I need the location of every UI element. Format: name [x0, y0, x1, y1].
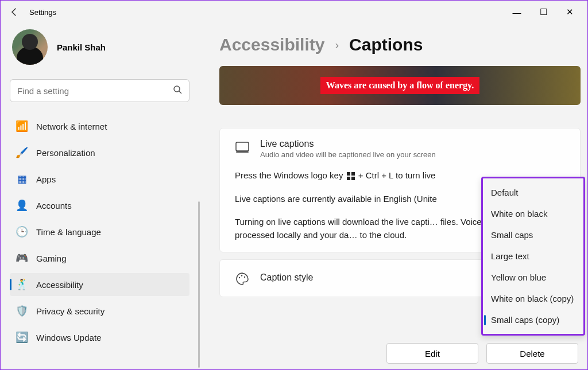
maximize-button[interactable]: ☐	[530, 3, 556, 21]
window-controls: — ☐ ✕	[504, 3, 583, 21]
nav-label: Time & language	[36, 227, 101, 237]
edit-button[interactable]: Edit	[386, 343, 478, 364]
nav-label: Accessibility	[36, 280, 83, 290]
sidebar-item-apps[interactable]: ▦Apps	[10, 168, 189, 190]
nav-label: Accounts	[36, 201, 72, 211]
sidebar-item-windows-update[interactable]: 🔄Windows Update	[10, 326, 189, 349]
caption-style-title: Caption style	[260, 272, 314, 283]
close-button[interactable]: ✕	[556, 3, 583, 21]
search-icon	[173, 85, 182, 96]
svg-point-5	[244, 276, 245, 278]
titlebar: Settings — ☐ ✕	[1, 1, 587, 24]
palette-icon	[235, 271, 250, 286]
svg-point-3	[239, 277, 240, 278]
sidebar-item-accessibility[interactable]: 🕺Accessibility	[10, 273, 189, 296]
avatar	[12, 29, 48, 65]
delete-button[interactable]: Delete	[486, 343, 578, 364]
sidebar: Pankil Shah 📶Network & internet🖌️Persona…	[1, 24, 199, 370]
nav-icon: 🎮	[16, 252, 28, 264]
dropdown-item[interactable]: Small caps (copy)	[483, 309, 583, 330]
dropdown-item[interactable]: Small caps	[483, 224, 583, 246]
breadcrumb: Accessibility › Captions	[219, 35, 581, 54]
nav-icon: 🖌️	[16, 146, 28, 159]
caption-style-dropdown[interactable]: DefaultWhite on blackSmall capsLarge tex…	[481, 177, 585, 336]
chevron-right-icon: ›	[335, 38, 339, 52]
nav-list: 📶Network & internet🖌️Personalization▦App…	[10, 115, 189, 352]
sidebar-item-gaming[interactable]: 🎮Gaming	[10, 247, 189, 270]
dropdown-item[interactable]: White on black	[483, 203, 583, 224]
caption-preview-text: Waves are caused by a flow of energy.	[320, 77, 479, 94]
search-input[interactable]	[17, 86, 173, 96]
nav-label: Apps	[36, 174, 56, 184]
svg-rect-1	[236, 142, 249, 151]
dropdown-item[interactable]: Large text	[483, 246, 583, 267]
cc-icon	[235, 140, 250, 155]
caption-preview: Waves are caused by a flow of energy.	[219, 66, 581, 105]
nav-icon: ▦	[16, 173, 28, 185]
back-button[interactable]	[5, 3, 24, 21]
search-box[interactable]	[10, 79, 189, 102]
nav-label: Network & internet	[36, 122, 107, 131]
svg-point-0	[174, 86, 180, 92]
nav-label: Privacy & security	[36, 306, 105, 316]
live-captions-desc: Audio and video will be captioned live o…	[260, 150, 444, 159]
sidebar-item-privacy-security[interactable]: 🛡️Privacy & security	[10, 299, 189, 322]
nav-icon: 🛡️	[16, 305, 28, 317]
nav-icon: 🕺	[16, 278, 28, 291]
live-captions-title: Live captions	[260, 139, 565, 149]
nav-label: Gaming	[36, 254, 67, 263]
svg-point-4	[241, 275, 242, 276]
dropdown-item[interactable]: Yellow on blue	[483, 267, 583, 288]
caption-style-buttons: Edit Delete	[386, 343, 578, 364]
back-arrow-icon	[12, 9, 16, 15]
sidebar-item-network-internet[interactable]: 📶Network & internet	[10, 115, 189, 138]
windows-key-icon	[347, 172, 355, 180]
nav-icon: 🔄	[16, 331, 28, 344]
nav-label: Windows Update	[36, 333, 101, 342]
breadcrumb-current: Captions	[349, 35, 423, 54]
nav-icon: 📶	[16, 120, 28, 133]
content-area: Accessibility › Captions Waves are cause…	[199, 24, 587, 370]
sidebar-item-personalization[interactable]: 🖌️Personalization	[10, 141, 189, 164]
svg-rect-2	[236, 151, 249, 153]
nav-icon: 🕒	[16, 225, 28, 238]
app-title: Settings	[29, 8, 56, 17]
profile-section[interactable]: Pankil Shah	[10, 29, 189, 65]
nav-label: Personalization	[36, 148, 95, 158]
nav-icon: 👤	[16, 199, 28, 212]
sidebar-item-accounts[interactable]: 👤Accounts	[10, 194, 189, 217]
dropdown-item[interactable]: Default	[483, 182, 583, 203]
username: Pankil Shah	[57, 42, 106, 52]
minimize-button[interactable]: —	[504, 3, 530, 21]
dropdown-item[interactable]: White on black (copy)	[483, 288, 583, 309]
breadcrumb-parent[interactable]: Accessibility	[219, 35, 324, 54]
sidebar-item-time-language[interactable]: 🕒Time & language	[10, 220, 189, 243]
